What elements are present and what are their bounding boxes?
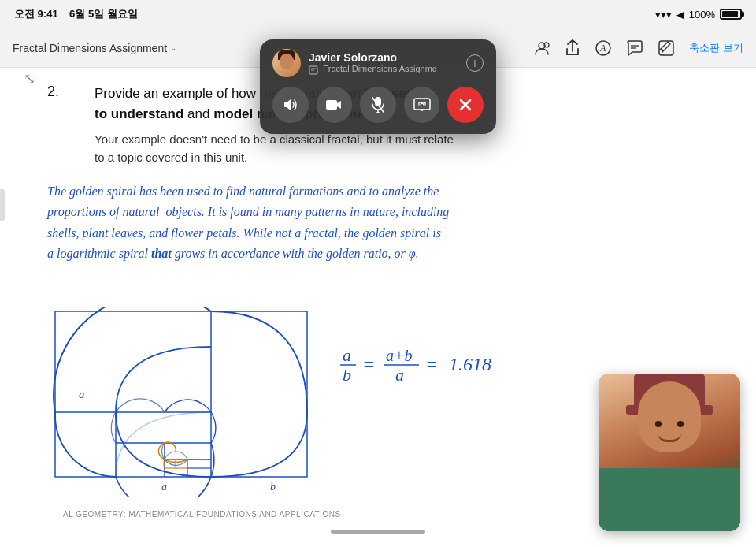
avatar-face	[280, 54, 294, 69]
svg-text:a: a	[161, 481, 167, 493]
svg-rect-38	[414, 99, 430, 110]
bottom-bar	[0, 522, 756, 541]
svg-text:A: A	[599, 43, 606, 54]
battery-bar	[720, 9, 742, 20]
facetime-info: Javier Solorzano Fractal Dimensions Assi…	[309, 51, 458, 74]
smile	[658, 433, 681, 442]
svg-text:a: a	[79, 388, 85, 400]
status-bar: 오전 9:41 6월 5일 월요일 ▾▾▾ ◀ 100%	[0, 0, 756, 28]
status-time: 오전 9:41 6월 5일 월요일	[14, 7, 138, 21]
facetime-header: Javier Solorzano Fractal Dimensions Assi…	[272, 49, 484, 77]
toolbar-left: Fractal Dimensions Assignment ⌄	[13, 42, 176, 54]
comments-button[interactable]	[626, 39, 643, 57]
toolbar-right: A 축소판 보기	[533, 39, 743, 57]
doc-title-button[interactable]: Fractal Dimensions Assignment ⌄	[13, 42, 176, 54]
svg-rect-33	[326, 100, 337, 110]
svg-text:=: =	[425, 354, 438, 374]
question-bold-understand: to understand	[94, 106, 183, 121]
left-edge-handle	[0, 189, 5, 221]
home-indicator	[331, 530, 425, 534]
sub-text: Your example doesn't need to be a classi…	[94, 131, 709, 166]
markup-button[interactable]: A	[595, 39, 612, 57]
diagram-area: a a b	[47, 307, 315, 497]
battery-fill	[722, 11, 738, 17]
caller-doc: Fractal Dimensions Assignme	[309, 64, 458, 74]
bottom-label: AL GEOMETRY: MATHEMATICAL FOUNDATIONS AN…	[63, 510, 341, 519]
status-right: ▾▾▾ ◀ 100%	[655, 9, 742, 20]
wifi-icon: ▾▾▾	[655, 9, 672, 20]
chevron-down-icon: ⌄	[170, 43, 176, 52]
eye-right	[677, 421, 684, 427]
svg-text:b: b	[270, 481, 276, 493]
sub-text-line1: Your example doesn't need to be a classi…	[94, 132, 454, 146]
caller-avatar	[272, 49, 301, 77]
sub-text-line2: to a topic covered in this unit.	[94, 151, 247, 164]
screen-share-button[interactable]	[404, 87, 440, 123]
svg-text:a: a	[343, 345, 351, 365]
svg-text:=: =	[362, 354, 375, 374]
doc-title-text: Fractal Dimensions Assignment	[13, 42, 167, 54]
svg-text:a: a	[395, 365, 404, 385]
end-call-button[interactable]	[447, 87, 484, 123]
caller-name: Javier Solorzano	[309, 51, 458, 64]
volume-button[interactable]	[272, 87, 309, 123]
svg-text:b: b	[343, 365, 351, 385]
contacts-icon-button[interactable]	[533, 39, 550, 57]
camera-toggle-button[interactable]	[317, 87, 353, 123]
doc-name-text: Fractal Dimensions Assignme	[323, 64, 437, 73]
face	[638, 381, 701, 452]
mic-button[interactable]	[360, 87, 396, 123]
svg-text:1.618: 1.618	[449, 354, 491, 374]
date-text: 6월 5일 월요일	[69, 8, 138, 20]
question-and: and	[183, 106, 213, 121]
share-button[interactable]	[565, 39, 580, 57]
camera-feed	[598, 374, 740, 531]
formula-area: a b = a+b a = 1.618	[339, 331, 543, 399]
camera-person	[598, 374, 740, 531]
facetime-controls	[272, 87, 484, 123]
facetime-info-button[interactable]: i	[466, 54, 484, 72]
handwritten-text: The golden spiral has been used to find …	[47, 181, 709, 265]
signal-icon: ◀	[676, 9, 684, 20]
facetime-overlay: Javier Solorzano Fractal Dimensions Assi…	[260, 39, 496, 134]
edit-button[interactable]	[658, 39, 675, 57]
svg-text:a+b: a+b	[386, 347, 413, 364]
zoom-out-button[interactable]: 축소판 보기	[689, 41, 743, 55]
eye-left	[655, 421, 662, 427]
battery-label: 100%	[689, 9, 715, 20]
collapse-icon: ⤡	[24, 70, 35, 87]
question-number: 2.	[47, 84, 59, 100]
time-text: 오전 9:41	[14, 8, 58, 20]
